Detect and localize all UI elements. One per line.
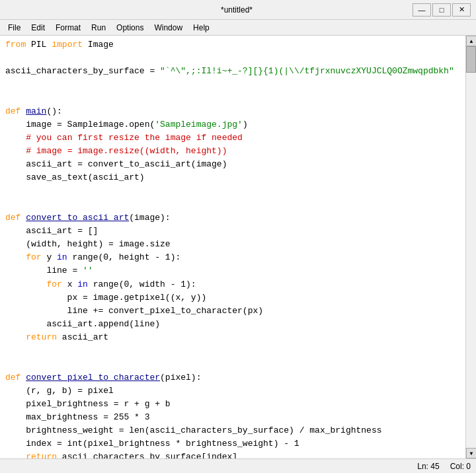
line-number: Ln: 45 <box>417 462 439 471</box>
menu-bar: File Edit Format Run Options Window Help <box>0 20 476 36</box>
scrollbar-thumb[interactable] <box>466 46 476 73</box>
editor-container: from PIL import Image ascii_characters_b… <box>0 36 476 458</box>
menu-run[interactable]: Run <box>86 22 111 34</box>
editor-scroll[interactable]: from PIL import Image ascii_characters_b… <box>0 36 465 458</box>
window-controls: — □ ✕ <box>413 3 471 17</box>
menu-format[interactable]: Format <box>50 22 86 34</box>
scrollbar-track[interactable] <box>466 46 476 448</box>
close-button[interactable]: ✕ <box>452 3 471 17</box>
status-bar: Ln: 45 Col: 0 <box>0 458 476 473</box>
col-number: Col: 0 <box>450 462 471 471</box>
menu-help[interactable]: Help <box>188 22 215 34</box>
menu-edit[interactable]: Edit <box>26 22 50 34</box>
menu-file[interactable]: File <box>3 22 26 34</box>
minimize-button[interactable]: — <box>413 3 431 17</box>
menu-options[interactable]: Options <box>111 22 149 34</box>
maximize-button[interactable]: □ <box>432 3 451 17</box>
menu-window[interactable]: Window <box>149 22 188 34</box>
scroll-up-button[interactable]: ▲ <box>466 36 476 46</box>
window-title: *untitled* <box>61 5 413 15</box>
title-bar: *untitled* — □ ✕ <box>0 0 476 20</box>
scrollbar-vertical[interactable]: ▲ ▼ <box>465 36 476 458</box>
code-area[interactable]: from PIL import Image ascii_characters_b… <box>0 36 465 458</box>
scroll-down-button[interactable]: ▼ <box>466 448 476 458</box>
